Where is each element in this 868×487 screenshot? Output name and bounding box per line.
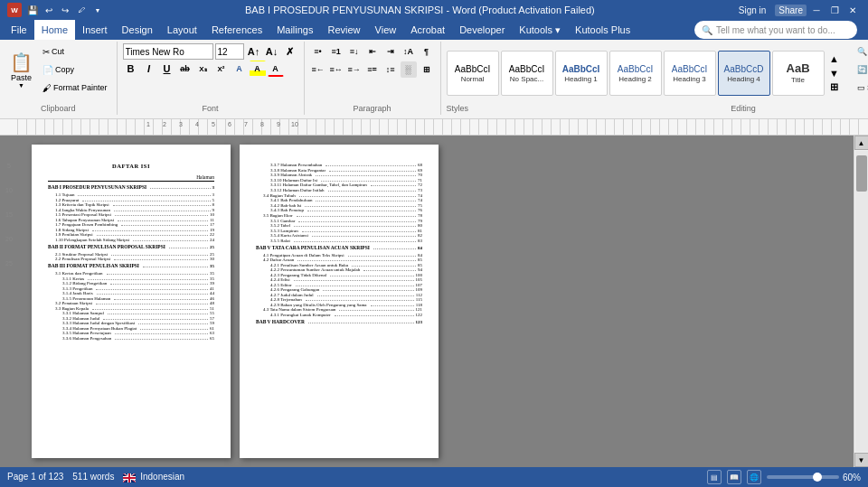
format-painter-button[interactable]: 🖌 Format Painter	[39, 80, 111, 96]
clear-format-btn[interactable]: ✗	[282, 43, 298, 60]
font-grow-btn[interactable]: A↑	[246, 43, 262, 60]
menu-review[interactable]: Review	[321, 20, 368, 40]
styles-more[interactable]: ⊞	[826, 80, 843, 95]
styles-gallery: AaBbCcI Normal AaBbCcI No Spac... AaBbCc…	[447, 43, 843, 102]
toc-r-item-4-2-2: 4.2.2 Pencantuman Sumber Acuan untuk Maj…	[256, 267, 422, 272]
customize-quick-btn[interactable]: 🖊	[74, 3, 89, 17]
toc-bab2-header: BAB II FORMAT PENULISAN PROPOSAL SKRIPSI…	[48, 244, 214, 249]
menu-design[interactable]: Design	[115, 20, 160, 40]
paragraph-label: Paragraph	[310, 102, 435, 113]
menu-layout[interactable]: Layout	[160, 20, 204, 40]
find-btn[interactable]: 🔍 Find ▾	[854, 43, 868, 60]
menu-bar: File Home Insert Design Layout Reference…	[0, 20, 868, 40]
toc-item-3-1-2: 3.1.2 Bidang Pengetikan39	[48, 281, 214, 286]
close-btn[interactable]: ✕	[844, 2, 861, 18]
shading-btn[interactable]: ░	[401, 61, 417, 78]
toc-r-item-4-2-7: 4.2.7 Judul dalam Judul112	[256, 293, 422, 297]
toc-r-bab5-header: BAB V HARDCOVER 123	[256, 319, 422, 324]
restore-btn[interactable]: ❐	[826, 2, 843, 18]
font-shrink-btn[interactable]: A↓	[264, 43, 280, 60]
toc-r-item-4-2-8: 4.2.8 Terjemahan115	[256, 297, 422, 302]
menu-view[interactable]: View	[368, 20, 404, 40]
sign-in-btn[interactable]: Sign in	[735, 5, 770, 16]
editing-label: Editing	[645, 102, 843, 113]
scroll-track[interactable]	[855, 151, 868, 452]
menu-mailings[interactable]: Mailings	[269, 20, 320, 40]
toc-r-item-3-3-9: 3.3.9 Halaman Abstrak70	[256, 173, 422, 177]
underline-btn[interactable]: U	[159, 61, 175, 77]
styles-scroll-down[interactable]: ▼	[826, 66, 843, 80]
web-view-btn[interactable]: 🌐	[747, 470, 761, 484]
menu-kutools[interactable]: Kutools ▾	[512, 20, 568, 40]
bullets-btn[interactable]: ≡•	[310, 43, 326, 60]
text-effects-btn[interactable]: A	[231, 61, 248, 77]
style-heading2[interactable]: AaBbCcI Heading 2	[609, 51, 662, 96]
increase-indent-btn[interactable]: ⇥	[382, 43, 399, 60]
menu-references[interactable]: References	[204, 20, 269, 40]
numbering-btn[interactable]: ≡1	[328, 43, 344, 60]
style-heading4[interactable]: AaBbCcD Heading 4	[718, 51, 770, 96]
share-btn[interactable]: Share	[775, 5, 807, 16]
align-right-btn[interactable]: ≡→	[346, 61, 363, 78]
vertical-scrollbar[interactable]: ▲ ▼	[854, 136, 868, 467]
strikethrough-btn[interactable]: ab	[177, 61, 193, 77]
styles-scroll-up[interactable]: ▲	[826, 52, 843, 66]
justify-btn[interactable]: ≡=	[364, 61, 381, 78]
scroll-up-btn[interactable]: ▲	[854, 136, 869, 150]
style-heading1[interactable]: AaBbCcI Heading 1	[555, 51, 608, 96]
undo-quick-btn[interactable]: ↩	[42, 3, 56, 17]
bold-btn[interactable]: B	[123, 61, 139, 77]
font-color-btn[interactable]: A	[268, 61, 284, 77]
style-normal[interactable]: AaBbCcI Normal	[447, 51, 499, 96]
menu-home[interactable]: Home	[34, 20, 75, 40]
ruler-content: 1 2 3 4 5 6 7 8 9 10	[9, 119, 859, 136]
sort-btn[interactable]: ↕A	[401, 43, 417, 60]
highlight-btn[interactable]: A	[250, 61, 266, 77]
toc-r-item-4-1: 4.1 Pengutipan Acuan di Dalam Teks Skrip…	[256, 253, 422, 258]
align-center-btn[interactable]: ≡↔	[328, 61, 344, 78]
tell-me-box[interactable]: 🔍 Tell me what you want to do...	[694, 21, 857, 39]
dropdown-quick-btn[interactable]: ▼	[90, 3, 105, 17]
decrease-indent-btn[interactable]: ⇤	[364, 43, 381, 60]
menu-acrobat[interactable]: Acrobat	[403, 20, 452, 40]
font-face-input[interactable]	[123, 43, 213, 60]
style-title[interactable]: AaB Title	[772, 51, 825, 96]
paste-button[interactable]: 📋 Paste ▼	[5, 45, 37, 94]
redo-quick-btn[interactable]: ↪	[58, 3, 72, 17]
superscript-btn[interactable]: X²	[213, 61, 230, 77]
zoom-slider[interactable]	[767, 475, 839, 479]
multilevel-btn[interactable]: ≡↓	[346, 43, 363, 60]
scroll-down-btn[interactable]: ▼	[854, 453, 869, 467]
scroll-thumb[interactable]	[856, 155, 867, 192]
style-heading3[interactable]: AaBbCcI Heading 3	[664, 51, 716, 96]
align-left-btn[interactable]: ≡←	[310, 61, 326, 78]
menu-kutools-plus[interactable]: Kutools Plus	[568, 20, 637, 40]
sign-in-area: Sign in Share	[735, 5, 807, 16]
toc-r-item-4-2: 4.2 Daftar Acuan85	[256, 258, 422, 262]
copy-button[interactable]: 📄 Copy	[39, 61, 111, 78]
toc-r-item-4-2-5: 4.2.5 Editor107	[256, 283, 422, 287]
select-btn[interactable]: ▭ Select ▾	[854, 80, 868, 96]
line-spacing-btn[interactable]: ↕≡	[382, 61, 399, 78]
zoom-thumb[interactable]	[813, 473, 822, 482]
subscript-btn[interactable]: X₂	[195, 61, 212, 77]
print-layout-view-btn[interactable]: ▤	[707, 470, 722, 484]
minimize-btn[interactable]: ─	[808, 2, 825, 18]
save-quick-btn[interactable]: 💾	[25, 3, 40, 17]
font-size-input[interactable]	[215, 43, 244, 60]
toc-bab1-header: BAB I PROSEDUR PENYUSUNAN SKRIPSI 3	[48, 184, 214, 190]
status-left: Page 1 of 123 511 words Indonesian	[7, 472, 184, 482]
style-no-spacing[interactable]: AaBbCcI No Spac...	[501, 51, 553, 96]
cut-button[interactable]: ✂ Cut	[39, 43, 111, 60]
menu-insert[interactable]: Insert	[75, 20, 115, 40]
borders-btn[interactable]: ⊞	[419, 61, 435, 78]
show-marks-btn[interactable]: ¶	[419, 43, 435, 60]
replace-btn[interactable]: 🔄 Replace	[854, 61, 868, 78]
zoom-control: 60%	[767, 473, 861, 482]
menu-file[interactable]: File	[4, 20, 34, 40]
menu-developer[interactable]: Developer	[452, 20, 512, 40]
italic-btn[interactable]: I	[141, 61, 157, 77]
document-scroll[interactable]: DAFTAR ISI Halaman BAB I PROSEDUR PENYUS…	[18, 136, 854, 467]
read-view-btn[interactable]: 📖	[727, 470, 741, 484]
toc-item-1-10: 1.10 Pelengkapan Setelah Sidang Skripsi2…	[48, 238, 214, 242]
